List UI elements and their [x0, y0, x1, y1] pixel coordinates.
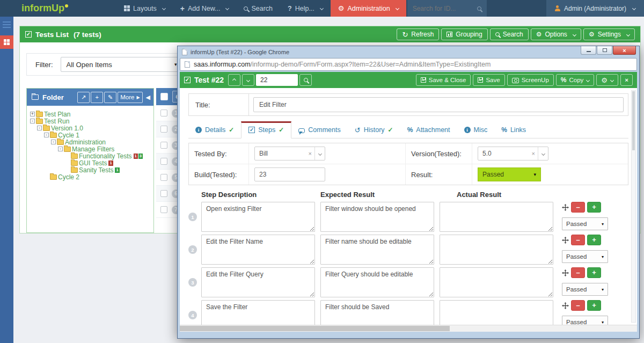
form-settings-button[interactable]: ⚙ [596, 74, 618, 86]
tree-item-test-plan[interactable]: + Test Plan [29, 111, 151, 118]
step-description-textarea[interactable]: Save the Filter [201, 300, 315, 325]
expected-result-textarea[interactable]: Filter Query should be editable [320, 267, 434, 297]
move-icon[interactable] [562, 237, 569, 244]
remove-step-button[interactable]: – [571, 202, 585, 213]
screenup-button[interactable]: ScreenUp [507, 74, 554, 86]
remove-step-button[interactable]: – [571, 267, 585, 278]
tab-misc[interactable]: Misc [457, 121, 495, 138]
menu-item-administration[interactable]: ⚙ Administration [331, 0, 406, 17]
search-icon[interactable] [477, 6, 481, 11]
tested-by-combobox[interactable]: Bill × [254, 147, 325, 160]
tree-item-cycle-1[interactable]: - Cycle 1 [29, 132, 151, 138]
tab-attachment[interactable]: % Attachment [400, 121, 457, 138]
menu-item-add-new[interactable]: + Add New... [173, 0, 237, 17]
actual-result-textarea[interactable] [440, 300, 553, 325]
vertical-scrollbar[interactable] [631, 90, 636, 323]
step-description-textarea[interactable]: Open existing Filter [201, 202, 315, 232]
actual-result-textarea[interactable] [440, 267, 553, 297]
filter-select[interactable]: All Open Items ▾ [61, 57, 183, 72]
caret-down-icon[interactable] [538, 150, 548, 158]
expected-result-textarea[interactable]: Filter should be Saved [320, 300, 434, 325]
row-checkbox[interactable] [160, 110, 167, 116]
step-result-select[interactable]: Passed ▾ [562, 283, 608, 296]
move-icon[interactable] [562, 302, 569, 309]
step-result-select[interactable]: Passed ▾ [562, 217, 608, 230]
step-description-textarea[interactable]: Edit the Filter Query [201, 267, 315, 297]
tab-comments[interactable]: Comments [291, 121, 347, 138]
expand-toggle[interactable]: + [30, 112, 35, 116]
expand-toggle[interactable]: - [58, 147, 63, 151]
tab-history[interactable]: ↺ History [348, 121, 400, 138]
apps-grid-button[interactable] [0, 35, 13, 49]
tab-steps[interactable]: Steps [241, 121, 291, 138]
scrollbar-thumb[interactable] [180, 326, 450, 331]
move-icon[interactable] [562, 204, 569, 211]
add-folder-button[interactable]: + [91, 92, 103, 103]
id-search-input[interactable] [413, 5, 477, 12]
add-step-button[interactable]: + [587, 300, 601, 311]
tree-item-gui-tests[interactable]: GUI Tests 1 [29, 159, 151, 166]
folder-more-button[interactable]: More ▶ [118, 92, 142, 103]
build-tested-input[interactable] [254, 167, 325, 181]
clear-icon[interactable]: × [529, 150, 538, 157]
result-select[interactable]: Passed ▾ [478, 167, 541, 181]
remove-step-button[interactable]: – [571, 235, 585, 245]
row-checkbox[interactable] [160, 190, 167, 197]
expand-toggle[interactable]: - [30, 119, 35, 123]
next-item-button[interactable] [242, 74, 254, 86]
caret-down-icon[interactable] [315, 150, 325, 158]
tree-item-version-1-0[interactable]: - Version 1.0 [29, 125, 151, 132]
settings-button[interactable]: ⚙ Settings [583, 28, 635, 40]
title-input[interactable] [253, 97, 624, 112]
close-form-button[interactable]: × [620, 74, 633, 86]
tab-links[interactable]: % Links [494, 121, 533, 138]
save-button[interactable]: Save [473, 74, 504, 86]
row-checkbox[interactable] [160, 174, 167, 181]
item-id-input[interactable] [256, 74, 298, 86]
maximize-button[interactable] [597, 46, 612, 55]
clear-icon[interactable]: × [306, 150, 314, 157]
expand-tree-button[interactable]: ↗ [77, 92, 90, 103]
tree-item-manage-filters[interactable]: - Manage Filters [29, 145, 151, 152]
menu-item-layouts[interactable]: Layouts [116, 0, 173, 17]
horizontal-scrollbar[interactable] [180, 325, 637, 332]
copy-button[interactable]: % Copy [556, 74, 595, 86]
move-icon[interactable] [562, 269, 569, 276]
row-checkbox[interactable] [160, 142, 167, 149]
previous-item-button[interactable] [228, 74, 240, 86]
expand-toggle[interactable]: - [44, 133, 49, 137]
row-checkbox[interactable] [160, 126, 167, 133]
expected-result-textarea[interactable]: Filter window should be opened [320, 202, 434, 232]
save-close-button[interactable]: Save & Close [416, 74, 471, 86]
actual-result-textarea[interactable] [440, 235, 553, 265]
step-result-select[interactable]: Passed ▾ [562, 316, 608, 325]
row-checkbox[interactable] [160, 206, 167, 213]
tree-item-test-run[interactable]: - Test Run [29, 118, 151, 125]
collapse-panel-icon[interactable]: ◀ [146, 94, 150, 101]
select-all-checkbox[interactable] [160, 93, 168, 100]
close-window-button[interactable]: × [613, 46, 636, 55]
edit-folder-button[interactable]: ✎ [104, 92, 116, 103]
add-step-button[interactable]: + [587, 267, 601, 278]
add-step-button[interactable]: + [587, 202, 601, 213]
menu-item-help[interactable]: ? Help... [280, 0, 331, 17]
step-description-textarea[interactable]: Edit the Filter Name [201, 235, 315, 265]
expand-toggle[interactable]: - [51, 140, 56, 144]
expected-result-textarea[interactable]: Filter name should be editable [320, 235, 434, 265]
window-titlebar[interactable]: informUp (Test #22) - Google Chrome × [180, 46, 637, 58]
hamburger-menu-icon[interactable] [3, 21, 11, 28]
actual-result-textarea[interactable] [440, 202, 553, 232]
user-menu[interactable]: Admin (Administrator) [546, 0, 644, 17]
tree-item-administration[interactable]: - Administration [29, 138, 151, 145]
options-button[interactable]: ⚙ Options [531, 28, 581, 40]
minimize-button[interactable] [581, 46, 596, 55]
menu-item-search[interactable]: Search [236, 0, 280, 17]
address-bar[interactable]: saas.informup.com/informup-demo/Form/For… [180, 58, 637, 71]
tree-item-sanity-tests[interactable]: Sanity Tests 1 [29, 166, 151, 173]
search-button[interactable]: Search [490, 28, 529, 40]
tree-item-functionality-tests[interactable]: Functionality Tests 1 3 [29, 152, 151, 159]
remove-step-button[interactable]: – [571, 300, 585, 311]
scrollbar-thumb[interactable] [632, 91, 635, 150]
refresh-button[interactable]: ↻ Refresh [397, 28, 439, 40]
add-step-button[interactable]: + [587, 235, 601, 245]
